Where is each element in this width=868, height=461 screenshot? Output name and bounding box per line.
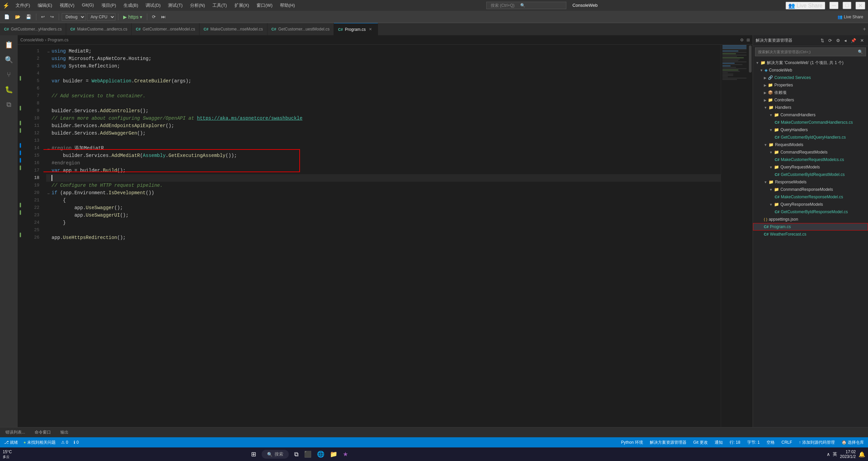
- tree-make-req-file[interactable]: C# MakeCustomerRequestModelcs.cs: [753, 156, 868, 163]
- editor-body[interactable]: 1 2 3 4 5 6 7 8 9 10 11 12 13 14 15 16 1…: [18, 45, 753, 427]
- tree-get-req-file[interactable]: C# GetCustomerByIdRequestModel.cs: [753, 171, 868, 178]
- tree-make-resp-file[interactable]: C# MakeCustomerResponseModel.cs: [753, 193, 868, 201]
- code-line-26[interactable]: app.UseHttpsRedirection();: [46, 234, 721, 241]
- tree-req-models[interactable]: ▼ 📁 RequestModels: [753, 141, 868, 148]
- se-sync-btn[interactable]: ⇅: [819, 37, 826, 44]
- menu-window[interactable]: 窗口(W): [253, 2, 276, 9]
- toolbar-open[interactable]: 📂: [13, 14, 22, 20]
- code-line-6[interactable]: [46, 85, 721, 92]
- system-tray-up[interactable]: ∧: [827, 452, 830, 457]
- close-btn[interactable]: ✕: [855, 2, 865, 9]
- sidebar-explorer[interactable]: 📋: [2, 38, 16, 52]
- debug-mode-select[interactable]: Debug: [62, 13, 86, 21]
- tree-resp-models[interactable]: ▼ 📁 ResponseModels: [753, 178, 868, 186]
- se-pin-btn[interactable]: 📌: [849, 37, 857, 44]
- edge-taskbar-icon[interactable]: 🌐: [317, 450, 324, 458]
- code-line-15[interactable]: builder.Services.AddMediatR(Assembly.Get…: [46, 152, 721, 159]
- tab-2[interactable]: C# GetCustomer...onseModel.cs: [132, 23, 200, 35]
- menu-test[interactable]: 测试(T): [165, 2, 186, 9]
- windows-start-icon[interactable]: ⊞: [251, 450, 256, 458]
- bottom-tab-errors[interactable]: 错误列表...: [3, 429, 28, 436]
- menu-project[interactable]: 项目(P): [98, 2, 119, 9]
- code-line-9[interactable]: builder.Services.AddControllers();: [46, 107, 721, 115]
- status-warnings[interactable]: ⚠ 0: [60, 440, 70, 445]
- tree-controllers[interactable]: ▶ 📁 Controllers: [753, 96, 868, 104]
- code-line-14[interactable]: ─ #region 添加MediatR: [46, 144, 721, 152]
- taskbar-search[interactable]: 🔍 搜索: [262, 450, 289, 459]
- fold-icon-1[interactable]: ─: [46, 49, 51, 54]
- menu-file[interactable]: 文件(F): [12, 2, 34, 9]
- tab-5[interactable]: C# Program.cs ✕: [334, 23, 378, 35]
- toolbar-new[interactable]: 📄: [2, 14, 12, 20]
- code-line-24[interactable]: }: [46, 219, 721, 226]
- sidebar-search[interactable]: 🔍: [2, 53, 16, 66]
- sidebar-git[interactable]: ⑂: [2, 68, 16, 81]
- menu-analyze[interactable]: 分析(N): [187, 2, 208, 9]
- status-git-changes[interactable]: Git 更改: [692, 440, 709, 445]
- menu-edit[interactable]: 编辑(E): [34, 2, 56, 9]
- task-view-icon[interactable]: ⧉: [294, 451, 299, 458]
- vs-taskbar-icon[interactable]: ⬛: [304, 450, 312, 458]
- code-line-22[interactable]: app.UseSwagger();: [46, 204, 721, 212]
- liveshare-title-btn[interactable]: 👥 Live Share: [786, 2, 825, 9]
- tab-0[interactable]: C# GetCustomer...yHandlers.cs: [0, 23, 66, 35]
- scroll-thumb[interactable]: [749, 45, 752, 73]
- toolbar-undo[interactable]: ↩: [39, 14, 47, 20]
- weather-widget[interactable]: 15°C 多云: [3, 449, 12, 459]
- notifications-icon[interactable]: 🔔: [858, 451, 865, 458]
- code-line-1[interactable]: ─ using MediatR;: [46, 47, 721, 55]
- code-line-17[interactable]: var app = builder.Build();: [46, 167, 721, 174]
- status-select-repo[interactable]: 🏠 选择仓库: [840, 440, 865, 445]
- status-errors[interactable]: ● 未找到相关问题: [22, 440, 57, 445]
- code-line-8[interactable]: [46, 100, 721, 107]
- file-explorer-taskbar-icon[interactable]: 📁: [330, 450, 337, 458]
- search-box[interactable]: 搜索 (Ctrl+Q) 🔍: [486, 2, 566, 9]
- tab-close-5[interactable]: ✕: [368, 27, 373, 32]
- editor-settings-icon[interactable]: ⚙: [740, 38, 744, 42]
- app-purple-icon[interactable]: ★: [343, 450, 348, 458]
- tree-deps[interactable]: ▶ 📦 依赖项: [753, 89, 868, 96]
- solution-search-icon[interactable]: 🔍: [858, 49, 863, 54]
- maximize-btn[interactable]: □: [843, 2, 851, 9]
- se-settings-btn[interactable]: ⚙: [835, 37, 842, 44]
- sidebar-extensions[interactable]: ⧉: [2, 98, 16, 111]
- toolbar-misc2[interactable]: ⏭: [159, 14, 168, 20]
- code-line-18[interactable]: [46, 174, 721, 182]
- toolbar-misc1[interactable]: ⟳: [150, 14, 158, 20]
- status-env[interactable]: Python 环境: [620, 440, 644, 445]
- liveshare-button[interactable]: 👥 Live Share: [835, 14, 866, 20]
- tree-cmd-handlers[interactable]: ▼ 📁 CommandHandlers: [753, 111, 868, 119]
- code-line-10[interactable]: // // Learn more about configuring Swagg…: [46, 115, 721, 122]
- code-line-2[interactable]: using Microsoft.AspNetCore.Hosting;: [46, 55, 721, 62]
- status-row[interactable]: 行: 18: [728, 440, 742, 445]
- status-info[interactable]: ℹ 0: [72, 440, 80, 445]
- code-line-16[interactable]: #endregion: [46, 159, 721, 167]
- status-col[interactable]: 字节: 1: [746, 440, 761, 445]
- se-close-btn[interactable]: ✕: [859, 37, 865, 44]
- tab-1[interactable]: C# MakeCustome...andlercs.cs: [66, 23, 132, 35]
- tree-handlers[interactable]: ▼ 📁 Handlers: [753, 104, 868, 111]
- menu-build[interactable]: 生成(B): [120, 2, 141, 9]
- code-line-11[interactable]: builder.Services.AddEndpointsApiExplorer…: [46, 122, 721, 129]
- code-line-21[interactable]: {: [46, 197, 721, 204]
- menu-git[interactable]: Git(G): [78, 2, 97, 9]
- new-file-btn[interactable]: +: [861, 23, 868, 35]
- editor-scrollbar[interactable]: [748, 45, 753, 427]
- code-line-12[interactable]: builder.Services.AddSwaggerGen();: [46, 129, 721, 137]
- tab-3[interactable]: C# MakeCustome...nseModel.cs: [200, 23, 267, 35]
- menu-extensions[interactable]: 扩展(X): [231, 2, 252, 9]
- system-clock[interactable]: 17:02 2023/1/2: [840, 449, 856, 459]
- tree-query-handlers[interactable]: ▼ 📁 QueryHandlers: [753, 126, 868, 134]
- code-line-19[interactable]: // Configure the HTTP request pipeline.: [46, 182, 721, 189]
- se-refresh-btn[interactable]: ⟳: [827, 37, 833, 44]
- minimize-btn[interactable]: ─: [829, 2, 838, 9]
- menu-tools[interactable]: 工具(T): [209, 2, 230, 9]
- sidebar-debug[interactable]: 🐛: [2, 83, 16, 96]
- tree-project[interactable]: ▼ ◈ ConsoleWeb: [753, 66, 868, 74]
- code-line-25[interactable]: [46, 226, 721, 234]
- fold-icon-20[interactable]: ─: [46, 191, 51, 195]
- keyboard-lang-icon[interactable]: 英: [833, 451, 837, 457]
- se-collapse-btn[interactable]: ◂: [843, 37, 848, 44]
- fold-icon-14[interactable]: ─: [46, 146, 51, 151]
- code-line-7[interactable]: // Add services to the container.: [46, 92, 721, 100]
